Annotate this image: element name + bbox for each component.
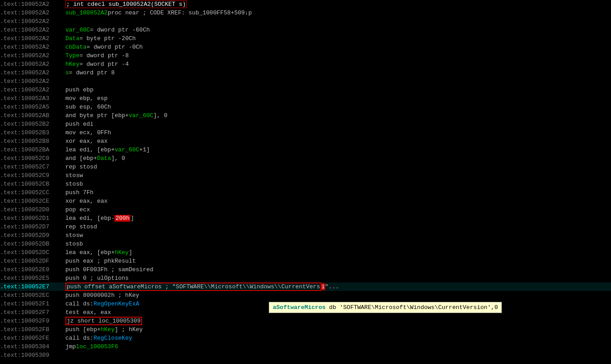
address: .text:100052D9 [0,232,65,239]
plain-text: ] [129,249,132,256]
green-keyword: loc_100053F6 [76,343,118,350]
green-keyword: sub_100052A2 [65,9,108,16]
plain-text: lea edi, [ebp+ [65,146,115,153]
code-line: .text:100052A2 push ebp [0,86,611,94]
plain-text: push 7Fh [65,189,93,196]
address: .text:100052CE [0,198,65,205]
address: .text:100052F1 [0,300,65,307]
address: .text:100052C9 [0,172,65,179]
plain-text: push 0F003Fh ; samDesired [65,266,153,273]
code-line: .text:100052D1 lea edi, [ebp-200h] [0,214,611,223]
plain-text: call ds: [65,300,93,307]
address: .text:100052C7 [0,164,65,170]
code-line: .text:100052EC push 80000002h ; hKey [0,291,611,300]
address: .text:100052D0 [0,206,65,213]
address: .text:100052AB [0,112,65,119]
address: .text:100052A2 [0,18,65,25]
address: .text:100052A2 [0,35,65,42]
code-line: .text:100052AB and byte ptr [ebp+var_60C… [0,111,611,120]
code-line: .text:100052B3 mov ecx, 0FFh [0,128,611,137]
green-keyword: cbData [65,44,87,50]
address: .text:100052F7 [0,309,65,316]
green-keyword: hKey [101,326,115,333]
address: .text:100052A2 [0,69,65,76]
code-line: .text:100052E5 push 0 ; ulOptions [0,274,611,282]
code-line: .text:100052FB push [ebp+hKey] ; hKey [0,325,611,334]
code-line: .text:100052D7 rep stosd [0,223,611,231]
address: .text:100052A5 [0,104,65,110]
code-line: .text:100052A2var_60C = dword ptr -60Ch [0,26,611,34]
plain-text: stosb [65,181,83,187]
green-keyword: Data [97,155,111,162]
address: .text:100052DB [0,241,65,247]
address: .text:100052A2 [0,78,65,85]
plain-text: = dword ptr -60Ch [90,27,150,33]
plain-text: and byte ptr [ebp+ [65,112,129,119]
code-line: .text:100052A2s = dword ptr 8 [0,68,611,77]
code-line: .text:100052C7 rep stosd [0,163,611,171]
plain-text: push ebp [65,86,93,93]
code-line: .text:100052F9 jz short loc_10005309 [0,317,611,325]
plain-text: proc near ; CODE XREF: sub_1000FF58+509↓… [108,9,252,16]
green-keyword: var_60C [115,146,139,153]
address: .text:100052E0 [0,266,65,273]
code-line: .text:100052A2 [0,77,611,86]
code-line: .text:100052A2cbData = dword ptr -0Ch [0,43,611,51]
tooltip-popup: aSoftwareMicros db 'SOFTWARE\Microsoft\W… [269,302,502,313]
plain-text: = byte ptr -20Ch [79,35,136,42]
code-line: .text:100052E0 push 0F003Fh ; samDesired [0,265,611,274]
code-line: .text:100052D0 pop ecx [0,205,611,214]
address: .text:100052E5 [0,275,65,282]
plain-text: = dword ptr -8 [79,52,129,59]
address: .text:100052A2 [0,52,65,59]
plain-text: rep stosd [65,164,97,170]
plain-text: +1] [139,146,150,153]
green-keyword: var_60C [129,112,153,119]
plain-text: lea edi, [ebp- [65,215,115,222]
plain-text: push 0 ; ulOptions [65,275,129,282]
address: .text:100052EC [0,292,65,299]
code-line: .text:100052DC lea eax, [ebp+hKey] [0,248,611,257]
plain-text: test eax, eax [65,309,111,316]
code-line: .text:100052B8 xor eax, eax [0,137,611,146]
code-line: .text:100052A2 [0,17,611,26]
plain-text: ] ; hKey [115,326,142,333]
address: .text:100052CB [0,181,65,187]
red-bg-highlight: 200h [115,215,130,222]
plain-text: lea eax, [ebp+ [65,249,115,256]
code-line: .text:100052DB stosb [0,240,611,248]
address: .text:10005309 [0,352,65,359]
address: .text:10005304 [0,343,65,350]
plain-text: call ds: [65,335,93,341]
address: .text:100052FE [0,335,65,341]
code-line: .text:100052A5 sub esp, 60Ch [0,103,611,111]
plain-text: push eax ; phkResult [65,258,136,264]
address: .text:100052F9 [0,318,65,324]
address: .text:100052A2 [0,86,65,93]
code-line: .text:100052CC push 7Fh [0,188,611,197]
code-line: .text:100052A2Type = dword ptr -8 [0,51,611,60]
code-line: .text:100052C0 and [ebp+Data], 0 [0,154,611,163]
plain-text: jmp [65,343,76,350]
green-keyword: s [65,69,69,76]
green-keyword: hKey [65,61,79,68]
code-line: .text:100052B2 push edi [0,120,611,128]
code-line: .text:100052BA lea edi, [ebp+var_60C+1] [0,146,611,154]
tooltip-line: aSoftwareMicros db 'SOFTWARE\Microsoft\W… [273,304,498,311]
code-line: .text:10005309 [0,351,611,359]
address: .text:100052D1 [0,215,65,222]
blue-keyword: RegCloseKey [93,335,132,341]
address: .text:100052C0 [0,155,65,162]
blue-keyword: RegOpenKeyExA [93,300,139,307]
plain-text: = dword ptr -0Ch [87,44,143,50]
plain-text: push 80000002h ; hKey [65,292,139,299]
code-line: .text:100052C9 stosw [0,171,611,180]
green-keyword: var_60C [65,27,90,33]
code-line: .text:10005304 jmp loc_100053F6 [0,342,611,351]
plain-text: ] [130,215,134,222]
plain-text: "... [325,283,339,290]
address: .text:100052CC [0,189,65,196]
plain-text: pop ecx [65,206,90,213]
plain-text: mov ebp, esp [65,95,108,102]
address: .text:100052A2 [0,1,65,8]
